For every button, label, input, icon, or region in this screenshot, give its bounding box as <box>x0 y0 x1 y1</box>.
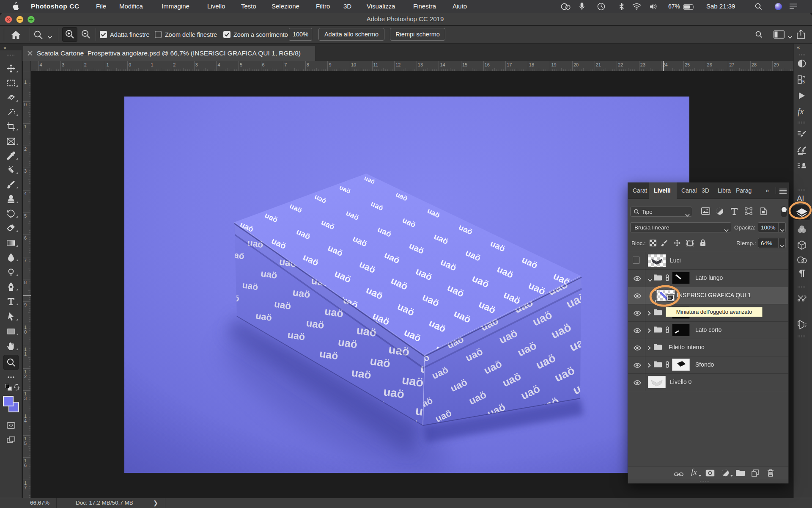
svg-text:5: 5 <box>802 79 805 84</box>
